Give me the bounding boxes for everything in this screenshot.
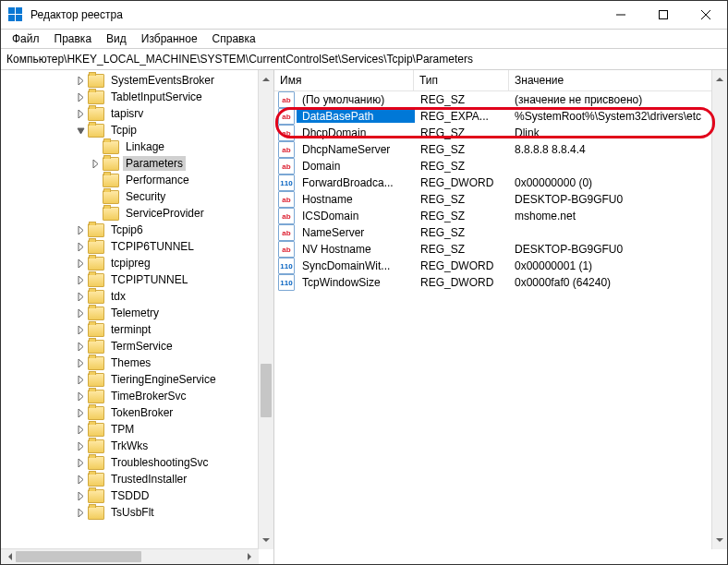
folder-icon — [103, 157, 119, 171]
value-row[interactable]: 110ForwardBroadca...REG_DWORD0x00000000 … — [274, 174, 712, 191]
expand-icon[interactable] — [75, 474, 86, 485]
tree-item[interactable]: SystemEventsBroker — [1, 72, 259, 89]
tree-item[interactable]: TCPIP6TUNNEL — [1, 238, 259, 255]
value-name: (По умолчанию) — [297, 93, 415, 106]
tree-item[interactable]: Linkage — [1, 138, 259, 155]
tree-item[interactable]: Themes — [1, 355, 259, 371]
expand-icon[interactable] — [75, 490, 86, 501]
value-type: REG_SZ — [415, 210, 509, 222]
tree-item-label: Performance — [123, 173, 192, 187]
tree-item[interactable]: TSDDD — [1, 487, 259, 504]
address-bar[interactable]: Компьютер\HKEY_LOCAL_MACHINE\SYSTEM\Curr… — [1, 49, 727, 70]
expand-icon[interactable] — [75, 258, 86, 269]
tree-item[interactable]: TimeBrokerSvc — [1, 388, 259, 404]
tree-item[interactable]: Performance — [1, 172, 259, 188]
tree-item-label: TSDDD — [108, 488, 152, 503]
value-row[interactable]: abHostnameREG_SZDESKTOP-BG9GFU0 — [274, 191, 712, 208]
value-name: NameServer — [297, 226, 415, 239]
expand-icon[interactable] — [75, 440, 86, 451]
tree-pane[interactable]: SystemEventsBrokerTabletInputServicetapi… — [1, 70, 274, 564]
value-row[interactable]: abNameServerREG_SZ — [274, 224, 712, 241]
tree-item[interactable]: Telemetry — [1, 305, 259, 321]
value-row[interactable]: abICSDomainREG_SZmshome.net — [274, 208, 712, 224]
tree-item[interactable]: Tcpip6 — [1, 222, 259, 238]
menu-file[interactable]: Файл — [5, 30, 47, 47]
expand-icon[interactable] — [75, 91, 86, 102]
expand-icon[interactable] — [90, 158, 101, 169]
tree-item[interactable]: Tcpip — [1, 122, 259, 138]
value-row[interactable]: abDomainREG_SZ — [274, 158, 712, 174]
tree-item[interactable]: TermService — [1, 338, 259, 355]
tree-item[interactable]: tdx — [1, 288, 259, 305]
minimize-button[interactable] — [600, 1, 642, 29]
tree-scrollbar-vertical[interactable] — [258, 70, 273, 549]
expand-icon[interactable] — [75, 374, 86, 385]
folder-icon — [88, 390, 104, 403]
expand-icon[interactable] — [75, 424, 86, 435]
close-button[interactable] — [685, 1, 727, 29]
value-row[interactable]: abDataBasePathREG_EXPA...%SystemRoot%\Sy… — [274, 108, 712, 125]
expand-icon[interactable] — [75, 341, 86, 352]
value-row[interactable]: abNV HostnameREG_SZDESKTOP-BG9GFU0 — [274, 241, 712, 258]
menu-view[interactable]: Вид — [99, 30, 134, 47]
tree-item[interactable]: ServiceProvider — [1, 205, 259, 222]
folder-icon — [88, 439, 104, 453]
expand-icon[interactable] — [75, 291, 86, 302]
tree-item[interactable]: TrkWks — [1, 438, 259, 454]
tree-item[interactable]: Security — [1, 188, 259, 205]
tree-item[interactable]: tcpipreg — [1, 255, 259, 271]
folder-icon — [88, 273, 104, 287]
expand-icon[interactable] — [75, 457, 86, 468]
value-row[interactable]: ab(По умолчанию)REG_SZ(значение не присв… — [274, 91, 712, 108]
tree-item[interactable]: TieringEngineService — [1, 371, 259, 388]
expand-icon[interactable] — [75, 224, 86, 235]
tree-item-label: Linkage — [123, 139, 167, 154]
tree-item-label: SystemEventsBroker — [108, 73, 217, 88]
tree-item[interactable]: TsUsbFlt — [1, 504, 259, 521]
collapse-icon[interactable] — [75, 125, 86, 136]
tree-item[interactable]: TCPIPTUNNEL — [1, 271, 259, 288]
value-row[interactable]: 110SyncDomainWit...REG_DWORD0x00000001 (… — [274, 258, 712, 274]
value-name: ForwardBroadca... — [297, 176, 415, 189]
expand-icon[interactable] — [75, 274, 86, 285]
value-row[interactable]: abDhcpNameServerREG_SZ8.8.8.8 8.8.4.4 — [274, 141, 712, 158]
value-type: REG_SZ — [415, 243, 509, 256]
expand-icon[interactable] — [75, 307, 86, 319]
tree-item[interactable]: terminpt — [1, 321, 259, 338]
expand-icon[interactable] — [75, 324, 86, 335]
expand-icon[interactable] — [75, 75, 86, 86]
tree-item[interactable]: TroubleshootingSvc — [1, 454, 259, 471]
maximize-button[interactable] — [642, 1, 685, 29]
expand-icon[interactable] — [75, 357, 86, 368]
tree-scrollbar-horizontal[interactable] — [1, 548, 259, 564]
value-data: 0x0000faf0 (64240) — [509, 276, 712, 289]
expand-icon[interactable] — [75, 108, 86, 119]
expand-icon[interactable] — [75, 407, 86, 418]
binary-value-icon: 110 — [278, 258, 295, 274]
header-name[interactable]: Имя — [274, 70, 414, 90]
tree-item[interactable]: Parameters — [1, 155, 259, 172]
tree-item[interactable]: TPM — [1, 421, 259, 438]
values-scrollbar-vertical[interactable] — [711, 70, 727, 549]
value-row[interactable]: 110TcpWindowSizeREG_DWORD0x0000faf0 (642… — [274, 274, 712, 291]
header-type[interactable]: Тип — [414, 70, 509, 90]
twist-none — [90, 141, 101, 152]
header-data[interactable]: Значение — [509, 70, 712, 90]
folder-icon — [88, 489, 104, 503]
menu-help[interactable]: Справка — [205, 30, 263, 47]
expand-icon[interactable] — [75, 391, 86, 402]
menu-favorites[interactable]: Избранное — [134, 30, 205, 47]
expand-icon[interactable] — [75, 507, 86, 518]
expand-icon[interactable] — [75, 241, 86, 252]
tree-item[interactable]: TabletInputService — [1, 89, 259, 105]
tree-item[interactable]: TokenBroker — [1, 404, 259, 421]
value-row[interactable]: abDhcpDomainREG_SZDlink — [274, 125, 712, 141]
values-pane[interactable]: Имя Тип Значение ab(По умолчанию)REG_SZ(… — [274, 70, 727, 564]
titlebar[interactable]: Редактор реестра — [1, 1, 727, 30]
tree-item-label: tapisrv — [108, 106, 146, 121]
tree-item[interactable]: TrustedInstaller — [1, 471, 259, 487]
tree-item[interactable]: tapisrv — [1, 105, 259, 122]
values-header[interactable]: Имя Тип Значение — [274, 70, 712, 91]
menu-edit[interactable]: Правка — [47, 30, 100, 47]
value-type: REG_SZ — [415, 193, 509, 206]
